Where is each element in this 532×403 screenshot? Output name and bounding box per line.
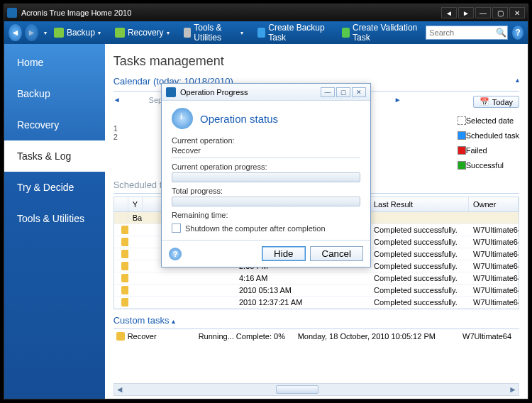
col-owner[interactable]: Owner [469, 197, 519, 211]
toolbar-recovery[interactable]: Recovery▾ [112, 26, 172, 39]
toolbar-tools[interactable]: Tools & Utilities▾ [181, 21, 247, 44]
shutdown-checkbox-label: Shutdown the computer after completion [185, 224, 326, 233]
main-toolbar: ◄ ► ▾ Backup▾ Recovery▾ Tools & Utilitie… [4, 21, 528, 44]
info-icon [172, 108, 193, 129]
close-button[interactable]: ✕ [509, 7, 525, 18]
dialog-footer: ? Hide Cancel [162, 240, 370, 267]
horizontal-scrollbar[interactable]: ◄ ► [113, 383, 519, 396]
today-button[interactable]: 📅Today [473, 96, 519, 108]
row-time: 2010 05:13 AM [235, 285, 370, 296]
table-row[interactable]: 2010 12:37:21 AMCompleted successfully.W… [114, 297, 519, 309]
legend: Selected date Scheduled task Failed Succ… [458, 112, 519, 174]
row-owner: W7Ultimate64 [469, 272, 519, 284]
maximize-button[interactable]: ▢ [492, 7, 508, 18]
minimize-button[interactable]: — [475, 7, 491, 18]
dialog-title: Operation Progress [180, 88, 248, 96]
search-box: 🔍 [426, 26, 508, 40]
dialog-close-button[interactable]: ✕ [352, 87, 366, 97]
toolbar-create-validation-label: Create Validation Task [353, 23, 419, 43]
nav-forward-button[interactable]: ► [25, 24, 38, 41]
sidebar-item-backup[interactable]: Backup [4, 78, 105, 109]
nav-back-button[interactable]: ◄ [9, 24, 22, 41]
toolbar-create-backup[interactable]: Create Backup Task [255, 21, 331, 44]
titlebar: Acronis True Image Home 2010 ◄ ► — ▢ ✕ [4, 4, 528, 21]
toolbar-backup[interactable]: Backup▾ [51, 26, 104, 39]
custom-task-row[interactable]: Recover Running... Complete: 0% Monday, … [113, 329, 519, 343]
scroll-thumb[interactable] [276, 385, 318, 394]
dialog-app-icon [166, 87, 176, 97]
row-time: 2010 12:37:21 AM [235, 297, 370, 308]
remaining-time-label: Remaining time: [172, 211, 360, 219]
row-last-result: Completed successfully. [370, 297, 469, 308]
lock-icon [121, 274, 128, 282]
search-button[interactable]: 🔍 [494, 26, 507, 39]
calendar-prev-icon[interactable]: ◄ [113, 96, 121, 104]
toolbar-tools-label: Tools & Utilities [194, 23, 238, 43]
row-last-result: Completed successfully. [370, 224, 469, 236]
app-title: Acronis True Image Home 2010 [21, 9, 131, 17]
row-owner: W7Ultimate64 [469, 297, 519, 308]
hide-button[interactable]: Hide [262, 246, 305, 261]
toolbar-recovery-label: Recovery [128, 28, 164, 38]
row-owner: W7Ultimate64 [469, 236, 519, 248]
row-owner: W7Ultimate64 [469, 224, 519, 236]
legend-successful: Successful [466, 161, 504, 170]
current-op-value: Recover [172, 145, 360, 158]
table-row[interactable]: 2010 05:13 AMCompleted successfully.W7Ul… [114, 285, 519, 297]
custom-section-header[interactable]: Custom tasks ▴ [113, 315, 519, 329]
calendar-collapse-icon[interactable]: ▴ [516, 76, 519, 87]
row-time: 4:16 AM [235, 272, 370, 284]
scroll-left-icon[interactable]: ◄ [114, 384, 126, 395]
total-progress-label: Total progress: [172, 187, 360, 195]
total-progressbar [172, 197, 360, 206]
op-progress-label: Current operation progress: [172, 162, 360, 171]
cancel-button[interactable]: Cancel [310, 246, 364, 261]
prev-window-button[interactable]: ◄ [441, 7, 457, 18]
legend-failed: Failed [466, 146, 487, 155]
table-row[interactable]: 4:16 AMCompleted successfully.W7Ultimate… [114, 272, 519, 285]
col-name[interactable]: Y [128, 197, 143, 211]
lock-icon [121, 286, 128, 294]
custom-task-time: Monday, 18 October, 2010 10:05:12 PM [298, 332, 462, 341]
help-button[interactable]: ? [512, 26, 523, 40]
row-last-result: Completed successfully. [370, 285, 469, 296]
next-window-button[interactable]: ► [458, 7, 474, 18]
today-button-label: Today [492, 98, 513, 106]
dialog-body: Operation status Current operation: Reco… [162, 101, 370, 240]
sidebar-item-tools[interactable]: Tools & Utilities [4, 203, 105, 234]
lock-icon [121, 226, 128, 234]
lock-icon [121, 298, 128, 307]
custom-task-name: Recover [128, 332, 199, 341]
current-op-label: Current operation: [172, 136, 360, 145]
dialog-titlebar[interactable]: Operation Progress — ▢ ✕ [162, 84, 370, 101]
row-owner: W7Ultimate64 [469, 260, 519, 272]
sidebar-item-home[interactable]: Home [4, 47, 105, 78]
col-last-result[interactable]: Last Result [370, 197, 469, 211]
calendar-next-icon[interactable]: ► [394, 96, 401, 104]
lock-icon [121, 262, 128, 270]
toolbar-create-validation[interactable]: Create Validation Task [339, 21, 421, 44]
lock-icon [121, 250, 128, 258]
calendar-icon: 📅 [480, 97, 489, 106]
shutdown-checkbox[interactable] [172, 223, 181, 233]
sidebar-item-try-decide[interactable]: Try & Decide [4, 172, 105, 203]
dialog-minimize-button[interactable]: — [321, 87, 335, 97]
search-input[interactable] [426, 28, 494, 37]
toolbar-create-backup-label: Create Backup Task [268, 23, 328, 43]
sidebar-item-tasks-log[interactable]: Tasks & Log [4, 140, 105, 172]
custom-task-owner: W7Ultimate64 [462, 332, 519, 341]
custom-task-status: Running... Complete: 0% [199, 332, 298, 341]
sidebar-item-recovery[interactable]: Recovery [4, 109, 105, 140]
row-last-result: Completed successfully. [370, 236, 469, 248]
dialog-maximize-button[interactable]: ▢ [336, 87, 350, 97]
operation-progress-dialog: Operation Progress — ▢ ✕ Operation statu… [161, 83, 371, 267]
lock-icon [116, 332, 125, 341]
row-last-result: Completed successfully. [370, 260, 469, 272]
scroll-right-icon[interactable]: ► [507, 384, 519, 395]
nav-history-dropdown[interactable]: ▾ [44, 30, 47, 36]
sidebar: Home Backup Recovery Tasks & Log Try & D… [4, 44, 105, 399]
dialog-help-button[interactable]: ? [169, 248, 182, 260]
row-owner: W7Ultimate64 [469, 248, 519, 260]
toolbar-backup-label: Backup [67, 28, 95, 38]
custom-section-label: Custom tasks [113, 315, 170, 326]
